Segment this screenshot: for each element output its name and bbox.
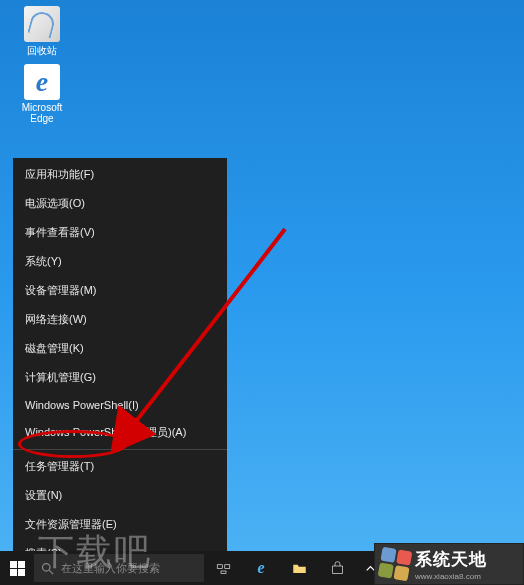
speaker-icon xyxy=(447,561,462,576)
menu-powershell[interactable]: Windows PowerShell(I) xyxy=(13,392,227,418)
task-view-button[interactable] xyxy=(204,551,242,585)
taskbar-file-explorer-button[interactable] xyxy=(280,551,318,585)
menu-powershell-admin[interactable]: Windows PowerShell (管理员)(A) xyxy=(13,418,227,447)
desktop-icon-recycle-bin[interactable]: 回收站 xyxy=(12,6,72,58)
menu-settings[interactable]: 设置(N) xyxy=(13,481,227,510)
menu-disk-management[interactable]: 磁盘管理(K) xyxy=(13,334,227,363)
search-icon xyxy=(40,561,55,576)
ime-icon: 中 xyxy=(477,561,488,576)
menu-network-connections[interactable]: 网络连接(W) xyxy=(13,305,227,334)
icon-label: Microsoft Edge xyxy=(12,102,72,124)
icon-label: 回收站 xyxy=(12,44,72,58)
svg-rect-4 xyxy=(221,571,226,574)
taskbar-pinned-area: e xyxy=(204,551,356,585)
menu-file-explorer[interactable]: 文件资源管理器(E) xyxy=(13,510,227,539)
taskbar-search[interactable]: 在这里输入你要搜索 xyxy=(34,554,204,582)
store-icon xyxy=(330,561,345,576)
menu-event-viewer[interactable]: 事件查看器(V) xyxy=(13,218,227,247)
file-explorer-icon xyxy=(292,561,307,576)
tray-speaker-button[interactable] xyxy=(440,551,468,585)
taskbar: 在这里输入你要搜索 e 中 xyxy=(0,551,524,585)
taskbar-edge-button[interactable]: e xyxy=(242,551,280,585)
windows-logo-icon xyxy=(10,561,25,576)
svg-rect-2 xyxy=(217,564,222,568)
start-context-menu: 应用和功能(F) 电源选项(O) 事件查看器(V) 系统(Y) 设备管理器(M)… xyxy=(13,158,227,585)
tray-network-button[interactable] xyxy=(412,551,440,585)
people-icon xyxy=(391,561,406,576)
svg-rect-3 xyxy=(224,564,229,568)
menu-task-manager[interactable]: 任务管理器(T) xyxy=(13,452,227,481)
edge-icon: e xyxy=(24,64,60,100)
svg-point-0 xyxy=(43,563,51,571)
menu-device-manager[interactable]: 设备管理器(M) xyxy=(13,276,227,305)
system-tray: 中 xyxy=(356,551,524,585)
svg-rect-6 xyxy=(421,564,431,571)
tray-ime-button[interactable]: 中 xyxy=(468,551,496,585)
svg-line-1 xyxy=(49,570,53,574)
tray-people-button[interactable] xyxy=(384,551,412,585)
task-view-icon xyxy=(216,561,231,576)
tray-overflow-button[interactable] xyxy=(356,551,384,585)
menu-apps-features[interactable]: 应用和功能(F) xyxy=(13,160,227,189)
desktop-icon-edge[interactable]: e Microsoft Edge xyxy=(12,64,72,124)
start-button[interactable] xyxy=(0,551,34,585)
tray-action-center-button[interactable] xyxy=(496,551,524,585)
menu-power-options[interactable]: 电源选项(O) xyxy=(13,189,227,218)
network-icon xyxy=(419,561,434,576)
edge-icon: e xyxy=(257,559,264,577)
search-placeholder: 在这里输入你要搜索 xyxy=(61,561,160,576)
svg-point-5 xyxy=(396,563,401,568)
menu-system[interactable]: 系统(Y) xyxy=(13,247,227,276)
taskbar-store-button[interactable] xyxy=(318,551,356,585)
chevron-up-icon xyxy=(363,561,378,576)
action-center-icon xyxy=(503,561,518,576)
menu-computer-management[interactable]: 计算机管理(G) xyxy=(13,363,227,392)
menu-separator xyxy=(13,449,227,450)
recycle-bin-icon xyxy=(24,6,60,42)
